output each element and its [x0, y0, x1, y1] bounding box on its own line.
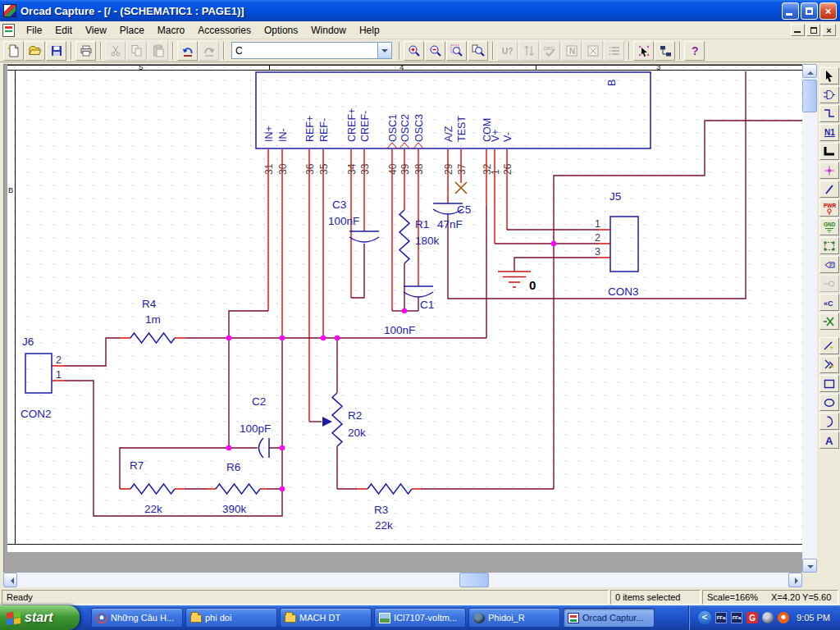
place-wire-tool[interactable] [819, 105, 839, 122]
taskbar-button-label: Phidoi_R [488, 613, 525, 623]
minimize-button[interactable] [782, 2, 799, 20]
tray-volume-icon[interactable] [762, 612, 774, 623]
draw-polyline-tool[interactable]: * [819, 356, 839, 373]
menu-file[interactable]: File [20, 22, 48, 39]
horizontal-scroll-thumb[interactable] [459, 573, 489, 587]
place-part-tool[interactable] [819, 86, 839, 103]
menu-window[interactable]: Window [304, 22, 353, 39]
val-r2: 20k [348, 427, 366, 439]
place-port-tool[interactable]: P [819, 256, 839, 273]
draw-rectangle-tool[interactable] [819, 375, 839, 392]
place-bus-tool[interactable] [819, 143, 839, 160]
zoom-in-button[interactable] [404, 41, 424, 61]
taskbar: start Những Câu H...phi doiMACH DTICl710… [0, 605, 840, 630]
val-r6: 390k [222, 503, 247, 515]
ic-pin-name: REF+ [304, 116, 316, 142]
draw-arc-tool[interactable] [819, 413, 839, 430]
new-button[interactable] [3, 41, 24, 61]
status-selection: 0 items selected [610, 590, 701, 605]
menu-help[interactable]: Help [353, 22, 386, 39]
tray-clock[interactable]: 9:05 PM [797, 613, 830, 623]
svg-text:N1: N1 [824, 128, 835, 137]
taskbar-button-orcad-5[interactable]: Orcad Captur... [563, 608, 655, 628]
menu-macro[interactable]: Macro [151, 22, 191, 39]
ic-pin-name: REF- [318, 118, 330, 142]
scroll-down-button[interactable] [802, 559, 817, 573]
save-button[interactable] [46, 41, 66, 61]
place-text-tool[interactable]: A [819, 431, 839, 449]
tray-ff-icon-2[interactable]: FFa [731, 612, 742, 623]
zoom-out-button[interactable] [425, 41, 445, 61]
schematic-canvas[interactable]: 5 4 3 B B IN+31IN-30REF+36REF-35CREF+34C… [3, 64, 802, 573]
j5-pin1-number: 1 [595, 218, 600, 230]
taskbar-button-chrome-0[interactable]: Những Câu H... [91, 608, 183, 628]
app-icon [3, 4, 16, 17]
close-button[interactable]: × [819, 2, 837, 20]
tray-chevron-icon[interactable]: < [698, 611, 711, 624]
print-button[interactable] [75, 41, 96, 61]
part-reference-input[interactable] [232, 43, 377, 57]
val-r7: 22k [144, 503, 162, 515]
restore-button[interactable] [801, 2, 818, 20]
menu-edit[interactable]: Edit [48, 22, 79, 39]
taskbar-button-folder-1[interactable]: phi doi [185, 608, 277, 628]
place-no-connect-tool[interactable] [819, 313, 839, 330]
snap-to-grid-button[interactable] [633, 41, 654, 61]
menu-place[interactable]: Place [113, 22, 151, 39]
draw-ellipse-tool[interactable] [819, 394, 839, 411]
schematic-page[interactable]: 5 4 3 B B IN+31IN-30REF+36REF-35CREF+34C… [4, 65, 803, 573]
taskbar-buttons: Những Câu H...phi doiMACH DTICl7107-volt… [91, 608, 655, 628]
place-pin-tool [819, 275, 839, 292]
menu-accessories[interactable]: Accessories [191, 22, 258, 39]
mdi-minimize-button[interactable] [791, 24, 805, 36]
place-off-page-connector-tool[interactable]: «C [819, 294, 839, 311]
place-power-tool[interactable]: PWR [819, 199, 839, 217]
help-button[interactable]: ? [684, 41, 705, 61]
tray-idm-icon[interactable]: G [746, 612, 758, 623]
place-net-alias-tool[interactable]: N1 [819, 124, 839, 141]
horizontal-scrollbar[interactable] [3, 573, 802, 587]
scroll-right-button[interactable] [788, 573, 802, 587]
scroll-left-button[interactable] [3, 573, 17, 587]
undo-button[interactable] [177, 41, 198, 61]
ref-r4: R4 [142, 298, 157, 310]
vertical-scroll-thumb[interactable] [802, 80, 817, 112]
scroll-up-button[interactable] [802, 64, 817, 78]
ic-corner-label: B [606, 80, 618, 86]
svg-text:P: P [829, 262, 833, 267]
place-hierarchical-block-tool[interactable] [819, 237, 839, 254]
taskbar-button-label: MACH DT [299, 613, 340, 623]
windows-flag-icon [7, 611, 21, 625]
ref-c5: C5 [457, 203, 471, 216]
hierarchy-button[interactable] [655, 41, 675, 61]
annotate-button: U? [497, 41, 518, 61]
chrome-icon [96, 613, 107, 623]
mdi-close-button[interactable]: × [822, 24, 836, 36]
place-junction-tool[interactable] [819, 162, 839, 179]
select-tool[interactable] [819, 67, 839, 84]
val-c2: 100pF [240, 422, 271, 435]
menu-view[interactable]: View [79, 22, 113, 39]
taskbar-button-globe-4[interactable]: Phidoi_R [468, 608, 560, 628]
vertical-scrollbar[interactable] [802, 64, 817, 573]
zoom-all-button[interactable] [468, 41, 488, 61]
tray-app-icon[interactable] [778, 612, 789, 623]
zoom-area-button[interactable] [446, 41, 467, 61]
taskbar-button-image-3[interactable]: ICl7107-voltm... [374, 608, 466, 628]
start-button[interactable]: start [0, 605, 80, 630]
ic-pin-name: V- [502, 132, 514, 142]
mdi-restore-button[interactable] [806, 24, 820, 36]
menu-options[interactable]: Options [258, 22, 304, 39]
place-ground-tool[interactable]: GND [819, 218, 839, 235]
tray-ff-icon-1[interactable]: FFa [715, 612, 727, 623]
draw-line-tool[interactable]: * [819, 337, 839, 354]
svg-text:A: A [825, 435, 833, 447]
combo-dropdown-button[interactable] [377, 43, 391, 58]
ic-pin-name: IN- [277, 128, 289, 142]
place-bus-entry-tool[interactable] [819, 180, 839, 198]
part-reference-combo[interactable] [231, 42, 392, 59]
taskbar-button-label: Những Câu H... [111, 613, 174, 623]
taskbar-button-folder-2[interactable]: MACH DT [280, 608, 372, 628]
orcad-icon [568, 613, 579, 623]
open-button[interactable] [25, 41, 45, 61]
